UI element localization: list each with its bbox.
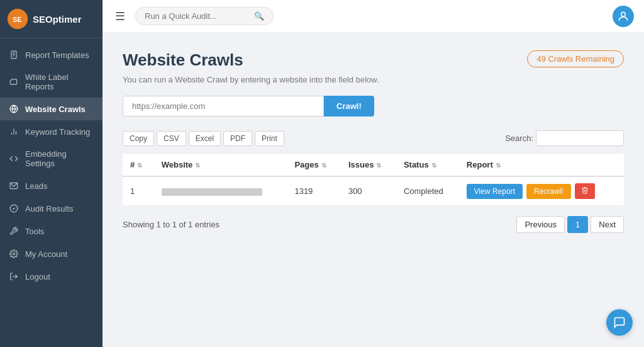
action-cell: View Report Recrawl! [467, 183, 616, 199]
cell-pages: 1319 [287, 176, 340, 206]
pdf-button[interactable]: PDF [223, 131, 252, 146]
next-button[interactable]: Next [591, 216, 624, 233]
pagination: Previous 1 Next [516, 216, 624, 233]
crawls-remaining-badge: 49 Crawls Remaining [527, 50, 624, 67]
file-icon [9, 50, 19, 60]
col-report: Report⇅ [459, 154, 624, 176]
search-input[interactable] [145, 11, 249, 21]
sidebar-item-keyword-tracking[interactable]: Keyword Tracking [0, 120, 103, 143]
previous-button[interactable]: Previous [516, 216, 565, 233]
sidebar-nav: Report Templates White Label Reports Web… [0, 38, 103, 347]
cell-num: 1 [123, 176, 154, 206]
csv-button[interactable]: CSV [157, 131, 186, 146]
sidebar-label-my-account: My Account [25, 249, 67, 259]
cell-issues: 300 [341, 176, 396, 206]
crawl-form: Crawl! [123, 96, 624, 117]
chat-button[interactable] [606, 309, 633, 336]
excel-button[interactable]: Excel [189, 131, 221, 146]
page-1-button[interactable]: 1 [567, 216, 588, 233]
app-logo: SE [8, 9, 28, 29]
cell-status: Completed [396, 176, 459, 206]
settings-icon [9, 249, 19, 259]
user-avatar[interactable] [613, 6, 634, 27]
sidebar-label-report-templates: Report Templates [25, 50, 89, 60]
sidebar-item-website-crawls[interactable]: Website Crawls [0, 98, 103, 120]
sidebar-item-tools[interactable]: Tools [0, 220, 103, 242]
cell-report: View Report Recrawl! [459, 176, 624, 206]
tag-icon [9, 77, 19, 87]
sidebar-label-audit-results: Audit Results [25, 204, 74, 213]
sidebar-label-website-crawls: Website Crawls [25, 105, 86, 114]
sidebar-item-my-account[interactable]: My Account [0, 242, 103, 265]
sidebar-label-white-label-reports: White Label Reports [25, 72, 94, 91]
table-search-input[interactable] [536, 130, 624, 146]
crawl-button[interactable]: Crawl! [324, 96, 374, 117]
topbar-right [613, 6, 634, 27]
sidebar-item-embedding-settings[interactable]: Embedding Settings [0, 143, 103, 174]
svg-text:SE: SE [13, 16, 22, 23]
tools-icon [9, 226, 19, 236]
hamburger-button[interactable]: ☰ [113, 7, 128, 26]
table-toolbar: Copy CSV Excel PDF Print Search: [123, 130, 624, 146]
topbar: ☰ 🔍 [103, 0, 644, 33]
print-button[interactable]: Print [255, 131, 284, 146]
col-issues: Issues⇅ [341, 154, 396, 176]
sidebar-label-tools: Tools [25, 227, 44, 236]
globe-icon [9, 104, 19, 114]
view-report-button[interactable]: View Report [467, 184, 523, 199]
delete-button[interactable] [575, 183, 595, 199]
sidebar-item-report-templates[interactable]: Report Templates [0, 43, 103, 66]
col-website: Website⇅ [154, 154, 287, 176]
cell-website [154, 176, 287, 206]
search-icon: 🔍 [254, 11, 264, 21]
showing-text: Showing 1 to 1 of 1 entries [123, 220, 219, 229]
chart-icon [9, 127, 19, 137]
check-icon [9, 203, 19, 213]
sidebar-header: SE SEOptimer [0, 0, 103, 38]
search-label: Search: [505, 134, 533, 143]
main-content: Website Crawls 49 Crawls Remaining You c… [103, 33, 644, 347]
svg-point-15 [621, 12, 626, 16]
copy-button[interactable]: Copy [123, 131, 154, 146]
table-row: 1 1319 300 Completed View Report Recrawl… [123, 176, 624, 206]
logout-icon [9, 271, 19, 282]
website-redacted [162, 188, 262, 196]
sidebar-label-keyword-tracking: Keyword Tracking [25, 127, 90, 137]
sidebar-item-leads[interactable]: Leads [0, 174, 103, 197]
col-num: #⇅ [123, 154, 154, 176]
page-header: Website Crawls 49 Crawls Remaining [123, 50, 624, 70]
mail-icon [9, 181, 19, 191]
col-status: Status⇅ [396, 154, 459, 176]
sidebar-item-white-label-reports[interactable]: White Label Reports [0, 66, 103, 98]
sidebar-item-logout[interactable]: Logout [0, 265, 103, 288]
sidebar-label-embedding-settings: Embedding Settings [25, 149, 94, 168]
embed-icon [9, 154, 19, 164]
crawl-url-input[interactable] [123, 96, 324, 117]
sidebar-label-leads: Leads [25, 181, 47, 191]
svg-point-13 [13, 253, 15, 255]
sidebar: SE SEOptimer Report Templates White Labe… [0, 0, 103, 347]
main-area: ☰ 🔍 Website Crawls 49 Crawls Remaining Y… [103, 0, 644, 347]
pagination-area: Showing 1 to 1 of 1 entries Previous 1 N… [123, 216, 624, 233]
sidebar-item-audit-results[interactable]: Audit Results [0, 197, 103, 220]
app-brand: SEOptimer [33, 14, 82, 25]
page-subtitle: You can run a Website Crawl by entering … [123, 75, 624, 84]
col-pages: Pages⇅ [287, 154, 340, 176]
quick-audit-search[interactable]: 🔍 [135, 7, 274, 25]
crawls-table: #⇅ Website⇅ Pages⇅ Issues⇅ Status⇅ Repor… [123, 154, 624, 206]
sidebar-label-logout: Logout [25, 272, 50, 282]
page-title: Website Crawls [123, 50, 243, 70]
recrawl-button[interactable]: Recrawl! [526, 184, 571, 199]
